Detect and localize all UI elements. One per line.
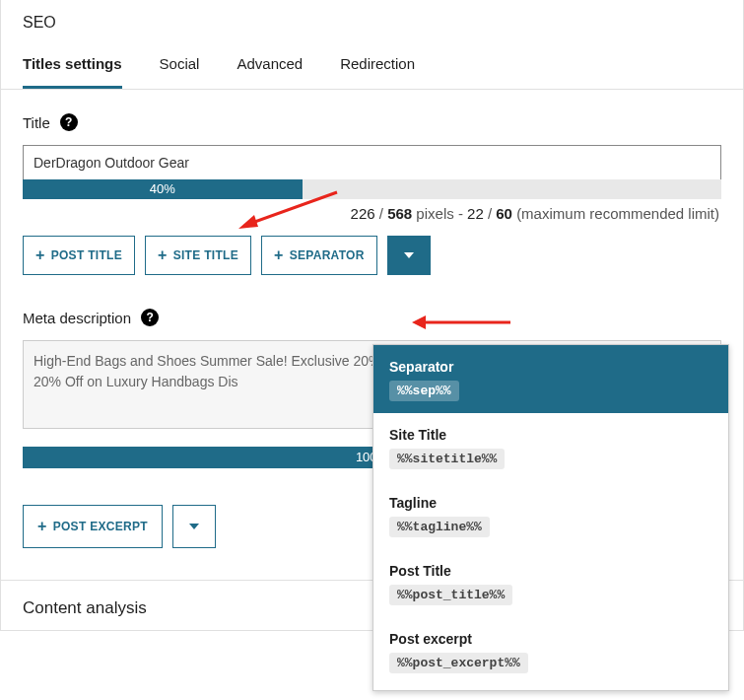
chip-post-excerpt[interactable]: +POST EXCERPT — [23, 505, 163, 548]
tabs-row: Titles settings Social Advanced Redirect… — [1, 55, 743, 90]
dropdown-item-separator[interactable]: Separator %%sep%% — [373, 345, 728, 413]
chip-separator[interactable]: +SEPARATOR — [261, 236, 377, 275]
title-progress-track: 40% — [23, 179, 721, 199]
dropdown-item-tagline[interactable]: Tagline %%tagline%% — [373, 481, 728, 549]
title-stats: 226 / 568 pixels - 22 / 60 (maximum reco… — [23, 199, 721, 236]
help-icon[interactable]: ? — [141, 309, 159, 326]
dropdown-item-post-excerpt[interactable]: Post excerpt %%post_excerpt%% — [373, 617, 728, 685]
help-icon[interactable]: ? — [60, 113, 78, 131]
title-label-row: Title ? — [23, 113, 721, 131]
meta-expand-button[interactable] — [172, 505, 216, 548]
chevron-down-icon — [404, 252, 414, 258]
tab-advanced[interactable]: Advanced — [237, 55, 303, 89]
meta-label: Meta description — [23, 310, 131, 326]
title-progress-bar: 40% — [23, 179, 303, 199]
tab-titles-settings[interactable]: Titles settings — [23, 55, 122, 89]
dropdown-item-post-title[interactable]: Post Title %%post_title%% — [373, 549, 728, 617]
plus-icon: + — [158, 247, 168, 263]
plus-icon: + — [274, 247, 284, 263]
tab-redirection[interactable]: Redirection — [340, 55, 415, 89]
dropdown-item-site-title[interactable]: Site Title %%sitetitle%% — [373, 413, 728, 481]
title-input[interactable] — [23, 145, 721, 180]
title-chips-row: +POST TITLE +SITE TITLE +SEPARATOR — [23, 236, 721, 275]
plus-icon: + — [35, 247, 45, 263]
tab-social[interactable]: Social — [160, 55, 200, 89]
panel-title: SEO — [1, 0, 743, 37]
chevron-down-icon — [189, 524, 199, 529]
title-expand-button[interactable] — [387, 236, 431, 275]
variables-dropdown: Separator %%sep%% Site Title %%sitetitle… — [372, 344, 729, 691]
title-label: Title — [23, 114, 50, 131]
plus-icon: + — [37, 519, 47, 534]
meta-label-row: Meta description ? — [23, 309, 721, 326]
title-section: Title ? 40% 226 / 568 pixels - 22 / 60 (… — [1, 90, 743, 275]
chip-site-title[interactable]: +SITE TITLE — [145, 236, 251, 275]
variables-dropdown-scroll[interactable]: Separator %%sep%% Site Title %%sitetitle… — [373, 345, 728, 691]
chip-post-title[interactable]: +POST TITLE — [23, 236, 135, 275]
